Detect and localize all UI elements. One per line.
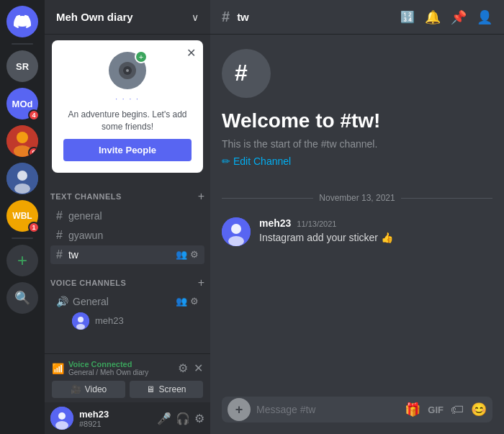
- channel-hashtag-search-icon[interactable]: 🔢: [400, 10, 415, 24]
- main-content: # tw 🔢 🔔 📌 👤 # Welcome to #tw! This is t…: [210, 0, 504, 434]
- user-settings-icon[interactable]: ⚙: [194, 412, 204, 425]
- voice-channels-category[interactable]: VOICE CHANNELS +: [45, 265, 210, 292]
- voice-settings-icon[interactable]: ⚙: [190, 296, 199, 307]
- svg-point-18: [231, 224, 241, 234]
- notification-bell-icon[interactable]: 🔔: [425, 9, 441, 25]
- server-icon-circle-user[interactable]: [6, 163, 38, 194]
- user-avatar: [50, 407, 73, 430]
- server-icon-mod[interactable]: MOd 4: [6, 88, 38, 119]
- deafen-icon[interactable]: 🎧: [176, 412, 190, 425]
- header-actions: 🔢 🔔 📌 👤: [400, 9, 492, 25]
- member-list-icon[interactable]: 👤: [477, 9, 492, 25]
- channel-item-gyawun[interactable]: # gyawun: [50, 226, 204, 245]
- channel-hash-icon-2: #: [56, 229, 63, 242]
- server-icon-red-user[interactable]: 9: [6, 125, 38, 157]
- user-tag: #8921: [79, 420, 151, 428]
- explore-servers-button[interactable]: 🔍: [6, 282, 38, 314]
- welcome-hash-icon: #: [222, 49, 271, 98]
- main-header-hash-icon: #: [222, 9, 230, 25]
- message-header: meh23 11/13/2021: [259, 217, 393, 229]
- channel-name-general-voice: General: [73, 296, 171, 307]
- text-channels-label: TEXT CHANNELS: [50, 192, 122, 201]
- channel-item-tw[interactable]: # tw 👥 ⚙: [50, 245, 204, 264]
- message-content: meh23 11/13/2021 Instagram add your stic…: [259, 217, 393, 246]
- popup-avatar: +: [109, 52, 146, 89]
- server-icon-sr[interactable]: SR: [6, 50, 38, 82]
- settings-icon[interactable]: ⚙: [190, 249, 199, 260]
- member-icon[interactable]: 👥: [176, 249, 187, 260]
- svg-point-15: [55, 421, 68, 430]
- user-controls: 🎤 🎧 ⚙: [157, 412, 204, 425]
- voice-action-buttons: 🎥 Video 🖥 Screen: [52, 381, 203, 398]
- channel-icons-tw: 👥 ⚙: [176, 249, 199, 260]
- voice-connected-text: Voice Connected: [68, 360, 148, 369]
- channel-icons-voice: 👥 ⚙: [176, 296, 199, 307]
- user-bar: meh23 #8921 🎤 🎧 ⚙: [45, 402, 210, 434]
- add-voice-channel-icon[interactable]: +: [198, 276, 204, 289]
- message-row: meh23 11/13/2021 Instagram add your stic…: [222, 214, 492, 249]
- svg-point-19: [228, 236, 244, 246]
- welcome-description: This is the start of the #tw channel.: [222, 138, 377, 150]
- main-header: # tw 🔢 🔔 📌 👤: [210, 0, 504, 35]
- voice-disconnect-btn[interactable]: ✕: [194, 361, 203, 375]
- server-header[interactable]: Meh Own diary ∨: [45, 0, 210, 35]
- mod-badge: 4: [28, 109, 40, 121]
- username: meh23: [79, 409, 151, 420]
- add-text-channel-icon[interactable]: +: [198, 190, 204, 203]
- popup-decorative-dots: · · · ·: [115, 95, 139, 103]
- welcome-title: Welcome to #tw!: [222, 109, 380, 132]
- channel-hash-icon: #: [56, 209, 63, 222]
- channel-name-general: general: [68, 210, 199, 222]
- server-icon-wbl[interactable]: WBL 1: [6, 200, 38, 232]
- red-user-badge: 9: [28, 147, 38, 157]
- svg-point-14: [58, 412, 66, 420]
- wbl-badge: 1: [28, 222, 40, 233]
- message-timestamp: 11/13/2021: [297, 220, 336, 228]
- channel-list: TEXT CHANNELS + # general # gyawun # tw …: [45, 178, 210, 353]
- invite-people-button[interactable]: Invite People: [63, 139, 192, 161]
- voice-settings-btn[interactable]: ⚙: [178, 361, 188, 375]
- screen-share-icon: 🖥: [146, 384, 155, 394]
- svg-text:#: #: [235, 60, 248, 86]
- voice-connected-bar: 📶 Voice Connected General / Meh Own diar…: [45, 353, 210, 402]
- server-divider-1: [12, 43, 33, 45]
- popup-avatar-add-badge: +: [135, 50, 148, 63]
- channel-item-general-voice[interactable]: 🔊 General 👥 ⚙: [50, 293, 204, 310]
- popup-text: An adventure begins. Let's add some frie…: [63, 109, 192, 133]
- channel-name-gyawun: gyawun: [68, 230, 199, 241]
- voice-status: 📶 Voice Connected General / Meh Own diar…: [52, 360, 203, 376]
- invite-popup-card: ✕ + · · · · An adventure begins. Let's a…: [52, 40, 203, 173]
- channel-hash-icon-3: #: [56, 248, 63, 261]
- discord-home-icon[interactable]: [6, 6, 38, 37]
- voice-member-icon[interactable]: 👥: [176, 296, 187, 307]
- message-avatar-meh23: [222, 217, 251, 246]
- gif-icon[interactable]: GIF: [428, 404, 444, 415]
- edit-channel-link[interactable]: ✏ Edit Channel: [222, 155, 291, 167]
- server-divider-2: [12, 238, 33, 239]
- chat-input[interactable]: [256, 397, 399, 422]
- text-channels-category[interactable]: TEXT CHANNELS +: [45, 178, 210, 206]
- pin-icon[interactable]: 📌: [451, 9, 467, 25]
- mute-icon[interactable]: 🎤: [157, 412, 171, 425]
- message-text: Instagram add your sticker 👍: [259, 230, 393, 245]
- main-header-channel-name: tw: [237, 11, 249, 23]
- video-button[interactable]: 🎥 Video: [52, 381, 125, 398]
- chat-plus-button[interactable]: +: [228, 398, 251, 421]
- channel-welcome: # Welcome to #tw! This is the start of t…: [222, 49, 492, 167]
- screen-button[interactable]: 🖥 Screen: [130, 381, 203, 398]
- channel-item-general[interactable]: # general: [50, 207, 204, 225]
- sticker-icon[interactable]: 🏷: [451, 402, 464, 417]
- server-name: Meh Own diary: [56, 11, 133, 23]
- svg-point-5: [14, 184, 30, 194]
- gift-icon[interactable]: 🎁: [405, 402, 420, 417]
- add-server-button[interactable]: +: [6, 245, 38, 276]
- server-sidebar: SR MOd 4 9 WBL 1 + 🔍: [0, 0, 45, 434]
- svg-point-4: [17, 171, 27, 181]
- voice-connected-location: General / Meh Own diary: [68, 369, 148, 376]
- voice-channels-label: VOICE CHANNELS: [50, 279, 126, 287]
- chat-input-box: + 🎁 GIF 🏷 😊: [222, 397, 492, 422]
- emoji-icon[interactable]: 😊: [471, 402, 487, 417]
- popup-close-button[interactable]: ✕: [186, 46, 196, 60]
- svg-point-9: [126, 69, 129, 72]
- date-divider: November 13, 2021: [222, 193, 492, 203]
